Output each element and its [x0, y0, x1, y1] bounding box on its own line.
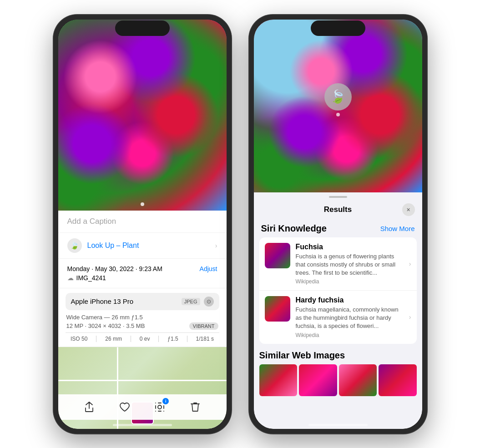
left-phone-screen: Add a Caption 🍃 Look Up – Plant › Monday…	[58, 20, 227, 429]
siri-show-more-button[interactable]: Show More	[380, 225, 415, 232]
fuchsia-source: Wikipedia	[296, 278, 404, 285]
power-button	[231, 88, 231, 120]
flower-overlay-left	[58, 20, 227, 211]
lookup-row[interactable]: 🍃 Look Up – Plant ›	[58, 233, 227, 259]
similar-image-2[interactable]	[299, 364, 337, 396]
fuchsia-text: Fuchsia Fuchsia is a genus of flowering …	[296, 243, 404, 285]
exif-aperture: ƒ1.5	[167, 336, 178, 342]
mute-button	[54, 60, 54, 76]
results-header: Results ×	[254, 200, 422, 221]
right-vol-down-button	[249, 106, 250, 129]
results-panel: Results × Siri Knowledge Show More	[254, 192, 422, 429]
hardy-thumbnail	[265, 296, 290, 322]
right-mute-button	[249, 60, 250, 76]
right-phone: 🍃 Results ×	[249, 15, 427, 433]
exif-divider-4	[187, 336, 187, 342]
siri-leaf-icon: 🍃	[330, 89, 346, 104]
left-phone: Add a Caption 🍃 Look Up – Plant › Monday…	[54, 15, 231, 433]
exif-focal: 26 mm	[105, 336, 122, 342]
adjust-button[interactable]: Adjust	[200, 265, 217, 272]
hardy-desc: Fuchsia magellanica, commonly known as t…	[296, 306, 404, 331]
meta-date: Monday · May 30, 2022 · 9:23 AM	[67, 265, 162, 272]
camera-size-row: 12 MP · 3024 × 4032 · 3.5 MB VIBRANT	[66, 322, 219, 330]
exif-row: ISO 50 26 mm 0 ev ƒ1.5 1/181 s	[66, 332, 219, 342]
meta-filename: IMG_4241	[76, 274, 106, 282]
hardy-chevron: ›	[409, 313, 411, 321]
knowledge-card: Fuchsia Fuchsia is a genus of flowering …	[259, 237, 417, 344]
fuchsia-thumbnail	[265, 243, 290, 268]
flower-image-right: 🍃	[254, 20, 422, 192]
camera-desc: Wide Camera — 26 mm ƒ1.5	[66, 314, 219, 321]
share-button[interactable]	[81, 399, 97, 415]
results-title: Results	[324, 205, 352, 214]
map-road-h	[58, 380, 227, 381]
right-power-button	[426, 88, 427, 120]
similar-images-row	[259, 364, 417, 396]
results-handle	[254, 192, 422, 200]
right-home-indicator	[308, 424, 368, 426]
right-phone-screen: 🍃 Results ×	[254, 20, 422, 429]
caption-area[interactable]: Add a Caption	[58, 211, 227, 233]
vol-up-button	[54, 79, 54, 101]
hardy-name: Hardy fuchsia	[296, 296, 404, 304]
exif-shutter: 1/181 s	[196, 336, 214, 342]
lookup-chevron: ›	[215, 242, 217, 249]
similar-image-1[interactable]	[259, 364, 298, 396]
results-close-button[interactable]: ×	[402, 203, 415, 216]
siri-section-header: Siri Knowledge Show More	[259, 221, 417, 237]
exif-divider-1	[96, 336, 96, 342]
info-button[interactable]: i	[152, 399, 168, 415]
left-screen-content: Add a Caption 🍃 Look Up – Plant › Monday…	[58, 20, 227, 429]
lookup-text: Look Up – Plant	[87, 242, 139, 250]
right-phone-notch	[311, 20, 365, 36]
lookup-icon: 🍃	[67, 238, 82, 253]
knowledge-item-hardy[interactable]: Hardy fuchsia Fuchsia magellanica, commo…	[259, 290, 417, 344]
handle-bar	[329, 196, 347, 198]
delete-button[interactable]	[187, 399, 203, 415]
exif-ev: 0 ev	[140, 336, 150, 342]
siri-dot	[336, 113, 340, 116]
similar-image-4[interactable]	[379, 364, 417, 396]
camera-badges: JPEG ⊙	[182, 297, 214, 307]
phone-notch	[115, 20, 170, 36]
similar-label: Similar Web Images	[259, 350, 417, 361]
camera-size: 12 MP · 3024 × 4032 · 3.5 MB	[66, 322, 145, 329]
favorite-button[interactable]	[116, 399, 133, 415]
svg-point-0	[158, 405, 162, 409]
siri-visual-search-circle[interactable]: 🍃	[324, 83, 352, 111]
cloud-icon: ☁	[67, 274, 74, 282]
meta-date-row: Monday · May 30, 2022 · 9:23 AM Adjust	[67, 265, 217, 272]
gear-button[interactable]: ⊙	[204, 297, 214, 307]
vol-down-button	[54, 106, 54, 129]
camera-section: Apple iPhone 13 Pro JPEG ⊙ Wide Camera —…	[58, 288, 227, 347]
hardy-text: Hardy fuchsia Fuchsia magellanica, commo…	[296, 296, 404, 338]
image-dot-indicator	[141, 202, 144, 206]
siri-knowledge-section: Siri Knowledge Show More Fuchsia Fuchsia…	[259, 221, 417, 345]
right-screen-content: 🍃 Results ×	[254, 20, 422, 429]
camera-top-row: Apple iPhone 13 Pro JPEG ⊙	[66, 293, 219, 310]
exif-divider-3	[158, 336, 159, 342]
caption-placeholder: Add a Caption	[67, 217, 116, 226]
page-container: Add a Caption 🍃 Look Up – Plant › Monday…	[0, 0, 480, 448]
meta-section: Monday · May 30, 2022 · 9:23 AM Adjust ☁…	[58, 259, 227, 288]
similar-section: Similar Web Images	[259, 350, 417, 396]
camera-model: Apple iPhone 13 Pro	[71, 297, 134, 305]
fuchsia-name: Fuchsia	[296, 243, 404, 251]
exif-iso: ISO 50	[71, 336, 87, 342]
siri-knowledge-label: Siri Knowledge	[261, 223, 327, 234]
exif-divider-2	[131, 336, 131, 342]
left-home-indicator	[113, 424, 172, 426]
meta-filename-row: ☁ IMG_4241	[67, 274, 217, 282]
fuchsia-desc: Fuchsia is a genus of flowering plants t…	[296, 252, 404, 277]
fuchsia-chevron: ›	[409, 260, 411, 267]
vibrant-badge: VIBRANT	[189, 322, 218, 330]
flower-image-left	[58, 20, 227, 211]
toolbar: i	[58, 394, 227, 420]
similar-image-3[interactable]	[339, 364, 377, 396]
info-badge: i	[162, 398, 169, 404]
jpeg-badge: JPEG	[182, 298, 200, 305]
knowledge-item-fuchsia[interactable]: Fuchsia Fuchsia is a genus of flowering …	[259, 237, 417, 291]
hardy-source: Wikipedia	[296, 332, 404, 338]
right-vol-up-button	[249, 79, 250, 101]
leaf-icon: 🍃	[70, 241, 79, 250]
